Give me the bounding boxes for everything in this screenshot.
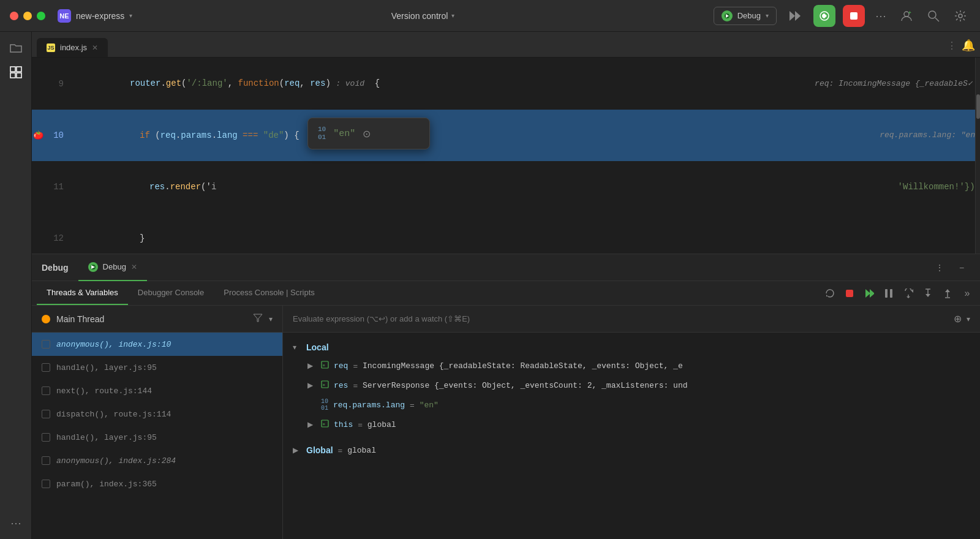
- sidebar-folder-icon[interactable]: [5, 37, 27, 59]
- maximize-button[interactable]: [37, 12, 45, 20]
- thread-label-5: anonymous(), index.js:284: [56, 456, 176, 466]
- editor-tab-indexjs[interactable]: JS index.js ✕: [37, 38, 108, 57]
- debug-tab-label: Debug: [103, 262, 126, 271]
- debug-more-button[interactable]: ⋮: [931, 259, 948, 276]
- version-control-label: Version control: [391, 11, 448, 21]
- tab-threads-variables[interactable]: Threads & Variables: [37, 281, 128, 305]
- var-this[interactable]: ▶ ≡ this = global: [283, 415, 980, 434]
- tab-close-button[interactable]: ✕: [92, 43, 98, 52]
- var-res[interactable]: ▶ ≡ res = ServerResponse {_events: Objec…: [283, 375, 980, 395]
- stop-button[interactable]: [843, 5, 865, 27]
- editor-scrollbar[interactable]: [975, 58, 980, 254]
- record-button[interactable]: [813, 5, 835, 27]
- thread-item-2[interactable]: next(), route.js:144: [32, 379, 282, 402]
- code-editor: 9 router.get('/:lang', function(req, res…: [32, 58, 980, 254]
- minimize-button[interactable]: [23, 12, 32, 20]
- line-hint-9: req: IncomingMessage {_readableS✓: [810, 75, 972, 92]
- this-var-value: global: [368, 420, 396, 429]
- close-button[interactable]: [10, 12, 18, 20]
- debug-collapse-button[interactable]: −: [953, 259, 970, 276]
- debug-panel-header: Debug Debug ✕ ⋮ −: [32, 254, 980, 281]
- project-selector[interactable]: NE new-express ▾: [58, 9, 132, 23]
- step-over-icon[interactable]: [900, 285, 916, 301]
- local-section-label: Local: [306, 342, 329, 352]
- breakpoint-area-10: 🍅: [32, 127, 44, 144]
- add-profile-button[interactable]: +: [897, 6, 916, 26]
- more-options-button[interactable]: ⋯: [872, 7, 889, 24]
- eval-input[interactable]: [293, 314, 949, 323]
- titlebar-right: Debug ▾ ⋯ +: [714, 5, 970, 27]
- tooltip-value: "en": [333, 129, 355, 139]
- code-line-9: 9 router.get('/:lang', function(req, res…: [32, 58, 980, 110]
- notification-button[interactable]: 🔔: [962, 39, 975, 52]
- debug-panel-controls: ⋮ −: [931, 259, 970, 276]
- svg-marker-2: [790, 11, 795, 21]
- thread-item-6[interactable]: param(), index.js:365: [32, 472, 282, 496]
- editor-scrollbar-thumb[interactable]: [976, 94, 980, 119]
- tooltip-type-icon: 1001: [318, 126, 326, 141]
- settings-button[interactable]: [951, 6, 970, 26]
- version-control-button[interactable]: Version control ▾: [386, 9, 460, 23]
- thread-checkbox-0[interactable]: [42, 340, 50, 349]
- eval-chevron[interactable]: ▾: [967, 315, 970, 323]
- svg-text:≡: ≡: [323, 363, 325, 368]
- var-req[interactable]: ▶ ≡ req = IncomingMessage {_readableStat…: [283, 356, 980, 375]
- thread-list: anonymous(), index.js:10 handle(), layer…: [32, 333, 282, 539]
- editor-tabs: JS index.js ✕ ⋮ 🔔: [32, 32, 980, 58]
- thread-item-4[interactable]: handle(), layer.js:95: [32, 426, 282, 449]
- global-var-value: global: [347, 446, 376, 455]
- thread-checkbox-6[interactable]: [42, 480, 50, 488]
- more-debug-controls[interactable]: »: [959, 285, 975, 301]
- global-section-header[interactable]: ▶ Global = global: [283, 442, 980, 459]
- stop-debug-icon[interactable]: [842, 285, 858, 301]
- line-number-11: 11: [44, 178, 74, 195]
- step-into-icon[interactable]: [920, 285, 936, 301]
- thread-checkbox-2[interactable]: [42, 386, 50, 395]
- thread-item-0[interactable]: anonymous(), index.js:10: [32, 333, 282, 356]
- line-number-10: 10: [44, 127, 74, 144]
- tab-debugger-console[interactable]: Debugger Console: [128, 281, 214, 305]
- svg-marker-27: [925, 294, 930, 297]
- thread-checkbox-3[interactable]: [42, 410, 50, 418]
- thread-checkbox-1[interactable]: [42, 363, 50, 372]
- req-var-value: IncomingMessage {_readableState: Readabl…: [363, 361, 683, 371]
- var-req-params-lang[interactable]: ▶ 1001 req.params.lang = "en": [283, 395, 980, 415]
- pause-icon[interactable]: [881, 285, 897, 301]
- svg-rect-21: [885, 289, 888, 298]
- thread-chevron[interactable]: ▾: [269, 315, 273, 323]
- debug-tab-item[interactable]: Debug ✕: [78, 254, 147, 281]
- svg-rect-11: [10, 67, 15, 72]
- sidebar-more-icon[interactable]: ⋯: [5, 512, 27, 534]
- step-out-icon[interactable]: [940, 285, 956, 301]
- thread-checkbox-5[interactable]: [42, 456, 50, 465]
- tab-filename: index.js: [60, 43, 87, 52]
- svg-marker-25: [907, 296, 910, 298]
- thread-item-3[interactable]: dispatch(), route.js:114: [32, 402, 282, 426]
- global-expand-arrow: ▶: [293, 446, 301, 454]
- local-section: ▾ Local ▶ ≡ req = In: [283, 335, 980, 438]
- thread-item-1[interactable]: handle(), layer.js:95: [32, 356, 282, 379]
- tab-process-console[interactable]: Process Console | Scripts: [214, 281, 325, 305]
- sidebar-structure-icon[interactable]: [5, 61, 27, 83]
- debug-chevron: ▾: [766, 12, 769, 19]
- debug-panel-title-label: Debug: [42, 263, 69, 273]
- resume-icon[interactable]: [861, 285, 877, 301]
- thread-filter-button[interactable]: [253, 314, 263, 324]
- global-equals: =: [338, 446, 343, 455]
- tabs-more-button[interactable]: ⋮: [947, 40, 957, 51]
- debug-panel: Debug Debug ✕ ⋮ − Threads & Variables De…: [32, 254, 980, 539]
- debug-button[interactable]: Debug ▾: [714, 7, 777, 25]
- thread-item-5[interactable]: anonymous(), index.js:284: [32, 449, 282, 472]
- thread-checkbox-4[interactable]: [42, 433, 50, 442]
- code-line-10: 🍅 10 if (req.params.lang === "de") { req…: [32, 110, 980, 161]
- debug-tab-close[interactable]: ✕: [131, 263, 137, 271]
- search-button[interactable]: [924, 6, 943, 26]
- run-button[interactable]: [784, 5, 806, 27]
- tooltip-warning-icon: ⊙: [363, 128, 371, 140]
- svg-text:≡: ≡: [323, 422, 325, 426]
- this-type-icon: ≡: [321, 420, 329, 429]
- eval-add-watch-button[interactable]: ⊕: [954, 313, 962, 325]
- restart-icon[interactable]: [822, 285, 838, 301]
- local-section-header[interactable]: ▾ Local: [283, 339, 980, 356]
- svg-rect-12: [17, 67, 21, 72]
